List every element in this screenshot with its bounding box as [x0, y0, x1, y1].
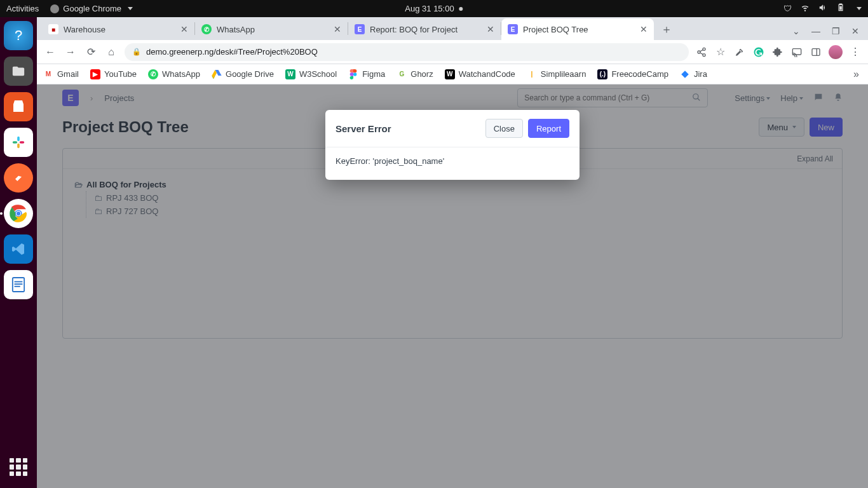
close-window-icon[interactable]: ✕ — [851, 26, 859, 36]
svg-rect-12 — [15, 281, 23, 283]
dialog-title: Server Error — [336, 123, 391, 134]
close-icon[interactable]: ✕ — [180, 24, 188, 34]
chrome-window: ■ Warehouse ✕ ✆ WhatsApp ✕ E Report: BOQ… — [37, 17, 868, 488]
star-icon[interactable]: ☆ — [714, 46, 727, 58]
favicon-icon: ■ — [48, 24, 58, 34]
address-bar[interactable]: 🔒 demo.greenerp.ng/desk#Tree/Project%20B… — [125, 43, 689, 61]
svg-point-22 — [353, 72, 356, 76]
bookmark-jira[interactable]: Jira — [680, 69, 707, 79]
bookmark-ghorz[interactable]: GGhorz — [397, 69, 433, 79]
bookmarks-bar: MGmail ▶YouTube ✆WhatsApp Google Drive W… — [37, 64, 868, 85]
eyedropper-icon[interactable] — [733, 46, 746, 58]
clock[interactable]: Aug 31 15:00 — [405, 4, 463, 13]
dock-help-icon[interactable]: ? — [4, 21, 33, 50]
svg-rect-19 — [792, 48, 801, 54]
grammarly-icon[interactable] — [752, 46, 765, 58]
dock-apps-button[interactable] — [4, 452, 33, 482]
whatsapp-icon: ✆ — [201, 24, 212, 34]
ubuntu-dock: ? — [0, 17, 37, 488]
web-page: E › Projects Settings Help Proj — [37, 85, 868, 488]
tab-report[interactable]: E Report: BOQ for Project ✕ — [348, 18, 501, 40]
error-dialog: Server Error Close Report KeyError: 'pro… — [325, 110, 580, 180]
kebab-menu-icon[interactable]: ⋮ — [849, 46, 862, 58]
bookmark-figma[interactable]: Figma — [348, 69, 385, 79]
svg-rect-1 — [17, 137, 20, 141]
back-button[interactable]: ← — [43, 46, 57, 58]
dialog-body: KeyError: 'project_boq_name' — [325, 147, 580, 180]
svg-rect-20 — [812, 48, 820, 55]
dock-vscode-icon[interactable] — [4, 234, 33, 264]
profile-avatar[interactable] — [829, 45, 843, 59]
svg-rect-2 — [13, 141, 17, 144]
svg-rect-13 — [15, 283, 23, 285]
bookmark-gdrive[interactable]: Google Drive — [212, 69, 274, 79]
svg-rect-4 — [20, 141, 24, 144]
dock-libreoffice-icon[interactable] — [4, 270, 33, 299]
reload-button[interactable]: ⟳ — [84, 46, 98, 58]
cast-icon[interactable] — [790, 46, 803, 58]
extensions-icon[interactable] — [771, 46, 784, 58]
share-icon[interactable] — [695, 46, 708, 58]
restore-icon[interactable]: ❐ — [832, 26, 840, 36]
close-icon[interactable]: ✕ — [487, 24, 494, 34]
activities-button[interactable]: Activities — [6, 4, 39, 13]
dock-chrome-icon[interactable] — [4, 199, 33, 228]
svg-point-15 — [703, 48, 705, 50]
volume-icon — [818, 3, 827, 14]
tab-project-boq-tree[interactable]: E Project BOQ Tree ✕ — [501, 18, 654, 40]
system-tray[interactable]: 🛡 — [783, 3, 862, 14]
new-tab-button[interactable]: ＋ — [658, 20, 675, 38]
shield-icon: 🛡 — [783, 4, 792, 13]
erp-icon: E — [508, 24, 518, 34]
dock-files-icon[interactable] — [4, 57, 33, 86]
forward-button[interactable]: → — [64, 46, 78, 58]
svg-point-17 — [703, 53, 705, 56]
battery-icon — [836, 3, 845, 14]
bookmark-whatsapp[interactable]: ✆WhatsApp — [148, 69, 200, 79]
bookmark-gmail[interactable]: MGmail — [43, 69, 79, 79]
bookmarks-overflow-icon[interactable]: » — [853, 69, 862, 80]
tab-whatsapp[interactable]: ✆ WhatsApp ✕ — [195, 18, 348, 40]
close-icon[interactable]: ✕ — [640, 24, 648, 34]
top-app-menu[interactable]: Google Chrome — [50, 4, 133, 13]
tab-strip: ■ Warehouse ✕ ✆ WhatsApp ✕ E Report: BOQ… — [37, 17, 868, 40]
bookmark-w3school[interactable]: WW3School — [285, 69, 337, 79]
ubuntu-top-bar: Activities Google Chrome Aug 31 15:00 🛡 — [0, 0, 868, 17]
tab-warehouse[interactable]: ■ Warehouse ✕ — [42, 18, 194, 40]
bookmark-watchandcode[interactable]: WWatchandCode — [445, 69, 515, 79]
sidepanel-icon[interactable] — [810, 46, 822, 58]
bookmark-youtube[interactable]: ▶YouTube — [90, 69, 137, 79]
svg-rect-0 — [839, 6, 842, 10]
svg-point-16 — [698, 51, 700, 53]
svg-point-10 — [17, 212, 20, 215]
erp-icon: E — [355, 24, 365, 34]
svg-rect-3 — [17, 144, 20, 148]
dock-postman-icon[interactable] — [4, 163, 33, 193]
url-text: demo.greenerp.ng/desk#Tree/Project%20BOQ — [146, 47, 318, 57]
wifi-icon — [801, 3, 810, 14]
minimize-icon[interactable]: — — [811, 26, 820, 36]
home-button[interactable]: ⌂ — [104, 46, 118, 58]
bookmark-simplilearn[interactable]: |Simplileaarn — [527, 69, 587, 79]
close-icon[interactable]: ✕ — [334, 24, 341, 34]
dock-software-icon[interactable] — [4, 92, 33, 121]
tab-search-icon[interactable]: ⌄ — [792, 26, 800, 36]
report-button[interactable]: Report — [528, 119, 569, 138]
dock-slack-icon[interactable] — [4, 128, 33, 157]
svg-rect-14 — [15, 286, 20, 287]
close-button[interactable]: Close — [485, 119, 523, 138]
browser-toolbar: ← → ⟳ ⌂ 🔒 demo.greenerp.ng/desk#Tree/Pro… — [37, 40, 868, 64]
bookmark-freecodecamp[interactable]: (.)FreecodeCamp — [597, 69, 668, 79]
lock-icon: 🔒 — [132, 48, 141, 56]
